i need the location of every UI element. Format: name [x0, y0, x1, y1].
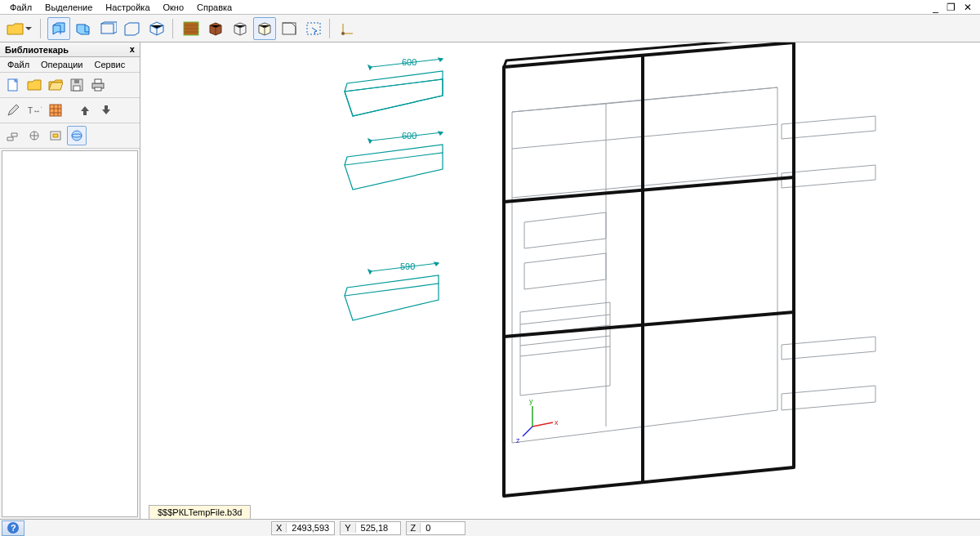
- toolbar-separator: [329, 19, 332, 38]
- panel-close-button[interactable]: x: [129, 44, 135, 55]
- pencil-icon: [6, 103, 20, 118]
- svg-line-19: [532, 422, 553, 427]
- cube-right-icon: [74, 20, 92, 37]
- svg-rect-0: [101, 24, 114, 34]
- menubar: Файл Выделение Настройка Окно Справка _ …: [0, 0, 980, 15]
- menu-window[interactable]: Окно: [157, 2, 191, 13]
- svg-text:y: y: [529, 397, 533, 405]
- print-icon: [91, 78, 105, 92]
- svg-text:x: x: [555, 418, 559, 427]
- save-button[interactable]: [67, 75, 87, 95]
- grid-button[interactable]: [46, 100, 65, 120]
- document-tabstrip: $$$PКLTempFile.b3d: [149, 502, 251, 519]
- restore-button[interactable]: ❐: [947, 2, 957, 13]
- toolbar-separator: [40, 19, 43, 38]
- minimize-button[interactable]: _: [933, 2, 940, 13]
- coord-y-value[interactable]: 525,18: [356, 523, 400, 533]
- folder-open-icon: [48, 78, 63, 92]
- wood-cube-icon: [207, 21, 224, 36]
- open-folder2-button[interactable]: [46, 75, 65, 95]
- wireframe-button[interactable]: [229, 17, 252, 40]
- axis-tool-button[interactable]: [336, 17, 359, 40]
- menu-file[interactable]: Файл: [3, 2, 38, 13]
- dim-shelf1: 600: [402, 57, 416, 67]
- coord-x-value[interactable]: 2493,593: [287, 523, 334, 533]
- view-right-button[interactable]: [72, 17, 95, 40]
- cube-left-icon: [123, 20, 141, 37]
- coord-y: Y 525,18: [340, 521, 400, 535]
- svg-rect-7: [74, 86, 80, 91]
- panel-title-bar[interactable]: Библиотекарь x: [0, 42, 140, 57]
- open-button[interactable]: [3, 17, 36, 40]
- svg-text:T↔T: T↔T: [28, 106, 42, 115]
- move-down-button[interactable]: [96, 100, 116, 120]
- svg-rect-10: [95, 79, 101, 83]
- main-toolbar: [0, 15, 980, 42]
- panel-title: Библиотекарь: [5, 45, 69, 55]
- open-folder-button[interactable]: [24, 75, 44, 95]
- folder-icon: [27, 78, 42, 92]
- panel-toolbar-2: T↔T: [0, 98, 140, 123]
- shaded-button[interactable]: [278, 17, 301, 40]
- tool-c-button[interactable]: [46, 126, 65, 145]
- panel-menu-operations[interactable]: Операции: [35, 59, 88, 70]
- dim-shelf2: 600: [402, 131, 416, 141]
- window-controls: _ ❐ ✕: [933, 2, 977, 13]
- print-button[interactable]: [88, 75, 108, 95]
- svg-rect-8: [74, 79, 79, 83]
- svg-point-4: [341, 32, 345, 35]
- close-button[interactable]: ✕: [964, 2, 973, 13]
- view-iso-button[interactable]: [145, 17, 168, 40]
- texture-wood1-button[interactable]: [180, 17, 203, 40]
- cube-back-icon: [99, 20, 117, 37]
- panel-menubar: Файл Операции Сервис: [0, 57, 140, 73]
- text-button[interactable]: T↔T: [24, 100, 44, 120]
- svg-rect-13: [50, 105, 61, 116]
- edit-button[interactable]: [3, 100, 23, 120]
- coord-z: Z 0: [406, 521, 466, 535]
- model-drawing: 600 600 590: [140, 42, 980, 503]
- menu-help[interactable]: Справка: [190, 2, 238, 13]
- svg-text:z: z: [516, 436, 520, 444]
- cube-iso-icon: [148, 20, 166, 37]
- panel-toolbar-1: [0, 73, 140, 98]
- svg-text:?: ?: [11, 523, 16, 533]
- dim-shelf3: 590: [400, 261, 415, 271]
- tool-b-button[interactable]: [24, 126, 44, 145]
- viewport[interactable]: 600 600 590: [140, 42, 980, 519]
- toolbar-separator: [172, 19, 176, 38]
- layer-icon: [6, 129, 20, 142]
- status-bar: ? X 2493,593 Y 525,18 Z 0: [0, 519, 980, 536]
- hidden-line-button[interactable]: [253, 17, 276, 40]
- view-left-button[interactable]: [121, 17, 144, 40]
- coord-x: X 2493,593: [271, 521, 335, 535]
- document-tab[interactable]: $$$PКLTempFile.b3d: [149, 505, 251, 519]
- coord-z-label: Z: [407, 523, 421, 533]
- coord-z-value[interactable]: 0: [421, 523, 465, 533]
- select-frame-icon: [305, 21, 322, 36]
- menu-selection[interactable]: Выделение: [38, 2, 99, 13]
- arrow-down-icon: [100, 104, 113, 117]
- select-frame-button[interactable]: [302, 17, 325, 40]
- hidden-line-icon: [256, 21, 273, 36]
- tool-d-button[interactable]: [67, 126, 87, 145]
- new-doc-button[interactable]: [3, 75, 23, 95]
- panel-tree[interactable]: [2, 150, 138, 517]
- grid-icon: [48, 103, 63, 118]
- help-button[interactable]: ?: [2, 520, 24, 536]
- svg-rect-16: [53, 134, 58, 137]
- view-front-button[interactable]: [47, 17, 70, 40]
- move-up-button[interactable]: [75, 100, 95, 120]
- circle-tool-icon: [27, 129, 42, 142]
- tool-a-button[interactable]: [3, 126, 23, 145]
- texture-wood2-button[interactable]: [204, 17, 227, 40]
- coord-x-label: X: [272, 523, 287, 533]
- wireframe-icon: [232, 21, 248, 36]
- new-doc-icon: [6, 78, 20, 92]
- box-tool-icon: [48, 129, 63, 142]
- panel-menu-service[interactable]: Сервис: [89, 59, 131, 70]
- menu-settings[interactable]: Настройка: [99, 2, 156, 13]
- view-back-button[interactable]: [96, 17, 119, 40]
- panel-menu-file[interactable]: Файл: [2, 59, 35, 70]
- sphere-tool-icon: [69, 129, 84, 142]
